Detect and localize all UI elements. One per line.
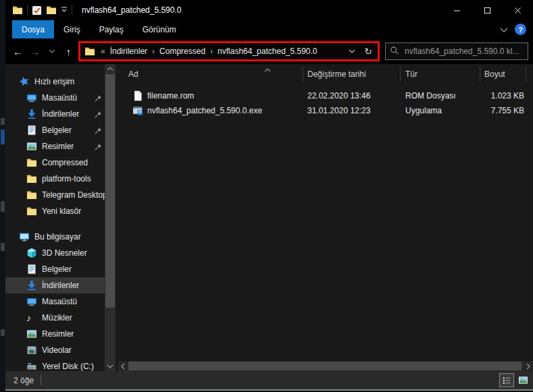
column-separator[interactable] [400,66,401,82]
pin-icon [95,143,102,150]
breadcrumb-item-current-folder[interactable]: nvflash64_patched_5.590.0 [215,44,320,59]
sidebar-item-telegram-desktop[interactable]: Telegram Desktop [5,187,105,203]
horizontal-scrollbar-thumb[interactable] [128,362,522,370]
pictures-icon [26,329,37,339]
desktop-icon [26,92,37,103]
sidebar-item-label: Yeni klasör [42,206,81,216]
horizontal-scrollbar[interactable] [118,361,533,371]
sidebar-item-compressed[interactable]: Compressed [5,155,105,171]
sort-ascending-icon [264,65,271,74]
column-headers: Ad Değiştirme tarihi Tür Boyut [116,64,533,84]
column-separator[interactable] [303,66,303,82]
breadcrumb-separator-icon[interactable]: › [150,47,157,56]
screen: nvflash64_patched_5.590.0 Dosya Giriş Pa… [0,0,533,392]
sidebar-item-label: Resimler [42,329,74,339]
sidebar-item-label: Hızlı erişim [34,77,74,86]
sidebar-item-indirilenler-pinned[interactable]: İndirilenler [5,106,105,122]
sidebar-item-indirilenler-selected[interactable]: İndirilenler [5,277,105,293]
sidebar-item-yeni-klasor[interactable]: Yeni klasör [5,203,105,219]
column-separator[interactable] [526,66,526,82]
file-name: nvflash64_patched_5.590.0.exe [147,106,262,115]
scroll-right-icon[interactable] [524,361,533,371]
sidebar-item-label: Müzikler [42,313,72,323]
sidebar-item-label: Compressed [42,158,88,167]
sidebar-item-videolar[interactable]: Videolar [5,342,105,358]
sidebar-item-label: Masaüstü [42,297,77,306]
minimize-button[interactable] [442,0,472,20]
explorer-folder-icon [12,5,23,16]
breadcrumb-item-compressed[interactable]: Compressed [157,44,208,59]
sidebar-item-yerel-disk-c[interactable]: Yerel Disk (C:) [5,358,105,371]
pin-icon [95,94,102,102]
file-row-nvflash-exe[interactable]: nvflash64_patched_5.590.0.exe 31.01.2020… [116,103,533,118]
properties-check-icon[interactable] [32,5,42,16]
sidebar-item-label: platform-tools [42,174,91,184]
file-row-filename-rom[interactable]: filename.rom 22.02.2020 13:46 ROM Dosyas… [116,88,533,103]
customize-toolbar-chevron-icon[interactable] [61,5,68,15]
sidebar-item-quick-access[interactable]: Hızlı erişim [5,74,105,90]
tab-gorunum[interactable]: Görünüm [133,20,186,38]
background-fragment [1,329,5,336]
ribbon-tab-bar: Dosya Giriş Paylaş Görünüm ? [5,20,533,38]
pin-icon [95,111,102,118]
sidebar-item-muzikler[interactable]: ♪ Müzikler [5,310,105,326]
status-bar: 2 öğe [5,371,533,389]
expand-ribbon-chevron-icon[interactable] [500,25,508,34]
up-button[interactable]: ↑ [60,43,77,60]
background-fragment [1,201,5,212]
sidebar-item-platform-tools[interactable]: platform-tools [5,171,105,187]
tab-giris[interactable]: Giriş [54,20,90,38]
scroll-up-icon[interactable] [105,64,116,74]
application-exe-icon [132,105,143,116]
help-icon[interactable]: ? [515,24,526,35]
back-button[interactable]: ← [9,43,26,60]
sidebar-item-masaustu-pinned[interactable]: Masaüstü [5,90,105,106]
title-bar: nvflash64_patched_5.590.0 [5,0,533,20]
column-header-name[interactable]: Ad [128,64,138,84]
column-header-type[interactable]: Tür [405,64,417,84]
scroll-left-icon[interactable] [118,361,128,371]
breadcrumb-separator-icon[interactable]: › [208,47,215,56]
column-header-size[interactable]: Boyut [484,64,505,84]
folder-icon [26,157,37,168]
background-fragment [1,243,5,251]
address-dropdown-chevron-icon[interactable] [344,44,360,59]
sidebar-item-belgeler-pinned[interactable]: Belgeler [5,122,105,138]
main-area: Hızlı erişim Masaüstü İndirilenler [5,64,533,371]
sidebar-item-label: Belgeler [42,125,72,135]
new-folder-icon[interactable] [46,5,57,16]
refresh-icon[interactable]: ↻ [360,44,376,59]
column-header-modified[interactable]: Değiştirme tarihi [307,64,366,84]
sidebar-item-resimler-pinned[interactable]: Resimler [5,138,105,155]
desktop-icon [26,296,37,307]
sidebar-item-resimler[interactable]: Resimler [5,326,105,342]
sidebar-item-belgeler[interactable]: Belgeler [5,261,105,277]
sidebar-item-masaustu[interactable]: Masaüstü [5,293,105,310]
sidebar-item-bu-bilgisayar[interactable]: Bu bilgisayar [5,229,105,245]
breadcrumb-collapse-icon[interactable]: « [99,47,107,56]
tab-paylas[interactable]: Paylaş [90,20,133,38]
sidebar-item-3d-nesneler[interactable]: 3D Nesneler [5,245,105,261]
sidebar-item-label: Yerel Disk (C:) [42,362,94,371]
column-separator[interactable] [480,66,480,82]
videos-icon [26,345,37,356]
recent-locations-chevron-icon[interactable] [43,43,60,60]
forward-button[interactable]: → [26,43,43,60]
maximize-button[interactable] [472,0,503,20]
large-icons-view-button[interactable] [515,373,530,387]
search-box[interactable] [385,43,528,60]
address-folder-icon [84,46,95,57]
sidebar-section-gap [5,219,105,229]
breadcrumb-item-indirilenler[interactable]: İndirilenler [107,44,150,59]
sidebar-item-label: Telegram Desktop [42,190,105,200]
sidebar-scrollbar-thumb[interactable] [105,74,115,308]
scroll-down-icon[interactable] [105,362,116,371]
item-count: 2 öğe [14,376,34,385]
search-input[interactable] [405,47,524,56]
address-bar[interactable]: « İndirilenler › Compressed › nvflash64_… [78,41,380,61]
sidebar-scrollbar[interactable] [105,64,116,371]
details-view-button[interactable] [499,373,514,387]
tab-dosya[interactable]: Dosya [12,20,54,38]
documents-icon [26,264,37,275]
close-button[interactable] [503,0,533,20]
